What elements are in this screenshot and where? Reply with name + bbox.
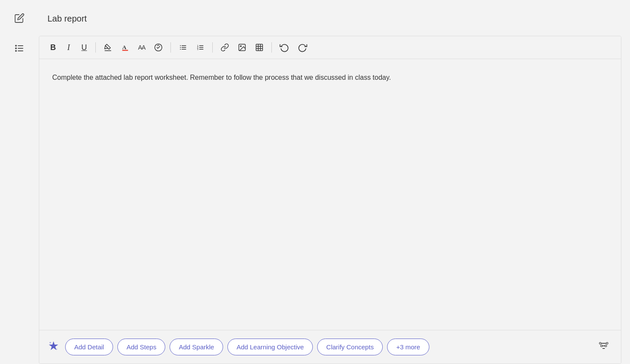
svg-text:A: A [122,44,126,50]
svg-rect-23 [256,44,262,51]
add-learning-objective-button[interactable]: Add Learning Objective [227,339,313,355]
clarify-concepts-button[interactable]: Clarify Concepts [317,339,383,355]
add-detail-button[interactable]: Add Detail [65,339,113,355]
svg-point-28 [50,342,51,343]
svg-point-13 [180,47,181,48]
separator-2 [170,42,171,53]
editor-content: Complete the attached lab report workshe… [52,72,608,83]
image-button[interactable] [234,41,250,54]
title-bar [39,9,621,29]
editor-toolbar: B I U A [39,36,621,59]
editor-container: B I U A [39,36,621,364]
main-content: B I U A [39,0,630,364]
highlight-button[interactable] [100,41,116,54]
font-color-button[interactable]: A [117,41,133,54]
bold-button[interactable]: B [46,41,60,54]
numbered-list-button[interactable]: 1 2 3 [192,41,208,54]
italic-button[interactable]: I [62,41,76,54]
separator-4 [271,42,272,53]
svg-point-4 [16,48,16,49]
svg-point-33 [599,342,601,344]
svg-point-14 [180,49,181,50]
filter-icon[interactable] [595,337,612,357]
svg-point-5 [16,50,16,51]
font-size-button[interactable]: AA [135,41,149,54]
left-sidebar [0,0,39,364]
separator-3 [212,42,213,53]
ai-toolbar: Add Detail Add Steps Add Sparkle Add Lea… [39,330,621,364]
edit-icon[interactable] [14,13,25,26]
more-options-button[interactable]: +3 more [387,339,429,355]
editor-body[interactable]: Complete the attached lab report workshe… [39,59,621,330]
add-sparkle-button[interactable]: Add Sparkle [170,339,223,355]
separator-1 [95,42,96,53]
svg-point-22 [240,46,242,47]
sparkle-icon [48,340,59,354]
bullet-list-button[interactable] [175,41,191,54]
spell-check-button[interactable] [151,41,166,54]
title-input[interactable] [47,14,613,24]
list-icon[interactable] [14,43,25,56]
svg-text:3: 3 [197,48,198,50]
link-button[interactable] [217,41,233,54]
add-steps-button[interactable]: Add Steps [117,339,165,355]
table-button[interactable] [252,41,267,54]
svg-point-35 [601,345,602,347]
svg-point-36 [605,345,607,347]
svg-point-29 [57,348,57,349]
svg-point-12 [180,45,181,46]
redo-button[interactable] [294,41,311,54]
undo-button[interactable] [276,41,293,54]
underline-button[interactable]: U [77,41,91,54]
svg-point-34 [606,342,608,344]
svg-point-3 [16,45,16,46]
